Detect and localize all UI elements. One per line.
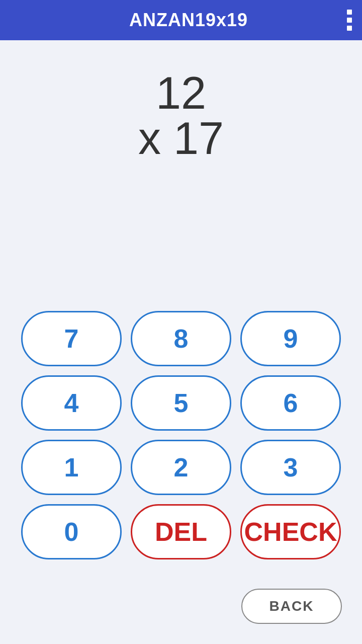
menu-icon[interactable] [347,10,352,31]
key-7[interactable]: 7 [21,311,122,366]
app-header: ANZAN19x19 [0,0,362,40]
key-0[interactable]: 0 [21,504,122,559]
keypad-row-3: 1 2 3 [15,440,347,495]
keypad-row-2: 4 5 6 [15,375,347,431]
key-6[interactable]: 6 [240,375,341,431]
key-9[interactable]: 9 [240,311,341,366]
menu-dot-1 [347,10,352,15]
del-button[interactable]: DEL [131,504,231,559]
key-1[interactable]: 1 [21,440,122,495]
key-5[interactable]: 5 [131,375,231,431]
check-button[interactable]: CHECK [240,504,341,559]
keypad: 7 8 9 4 5 6 1 2 3 0 DEL CHECK [0,306,362,579]
key-3[interactable]: 3 [240,440,341,495]
answer-area [0,171,362,306]
problem-area: 12 x 17 [0,40,362,171]
bottom-area: BACK [0,579,362,644]
menu-dot-2 [347,18,352,23]
keypad-row-1: 7 8 9 [15,311,347,366]
problem-num1: 12 [156,70,206,116]
key-4[interactable]: 4 [21,375,122,431]
menu-dot-3 [347,26,352,31]
keypad-row-4: 0 DEL CHECK [15,504,347,559]
key-2[interactable]: 2 [131,440,231,495]
app-title: ANZAN19x19 [30,10,347,31]
problem-num2: x 17 [138,116,224,161]
back-button[interactable]: BACK [241,589,342,624]
key-8[interactable]: 8 [131,311,231,366]
